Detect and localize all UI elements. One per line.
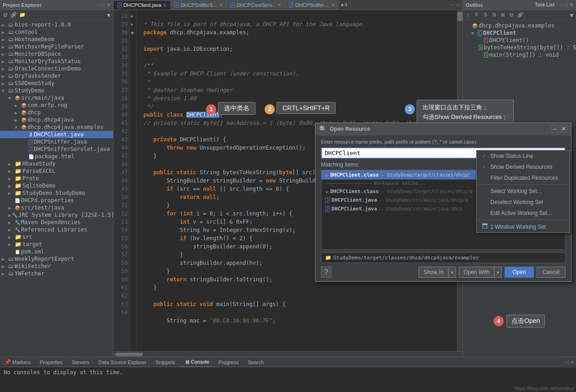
list-item[interactable]: ▶ 🗂 MonitorQryTaskStatus xyxy=(0,58,113,65)
list-item[interactable]: ▶ 🗂 SSODemoStudy xyxy=(0,80,113,87)
outline-collapse-icon[interactable]: ⊟ xyxy=(507,11,516,19)
list-item[interactable]: ▶ 📁 HbaseStudy xyxy=(0,160,113,167)
outline-expand-icon[interactable]: ⊞ xyxy=(499,11,507,19)
tab-dhcpclient[interactable]: J DHCPClient.java ✕ xyxy=(114,0,171,10)
outline-hide-nondef-icon[interactable]: N xyxy=(490,11,498,19)
bottom-min-icon[interactable]: ─ xyxy=(563,360,566,365)
list-item[interactable]: ▶ 🗂 WikiFetcher xyxy=(0,263,113,270)
outline-view-menu-icon[interactable]: ▾ xyxy=(568,11,575,19)
outline-close-icon[interactable]: ✕ xyxy=(570,2,573,7)
list-item[interactable]: ▶ 📦 src/test/java xyxy=(0,204,113,211)
bottom-close-icon[interactable]: ✕ xyxy=(571,360,574,365)
open-with-dropdown[interactable]: ▾ xyxy=(494,267,502,278)
list-item[interactable]: ▶ 🗂 OracleConnectionDemo xyxy=(0,65,113,72)
outline-item[interactable]: S main(String[]) : void xyxy=(465,51,574,59)
list-item[interactable]: ▶ 📦 dhcp xyxy=(0,109,113,116)
outline-max-icon[interactable]: □ xyxy=(565,2,568,7)
outline-item[interactable]: 📦 dhcp.dhcp4java.examples xyxy=(465,22,574,29)
dialog-restore-icon[interactable]: ─ xyxy=(551,125,559,133)
tab-properties[interactable]: Properties xyxy=(35,357,67,367)
menu-item-filter-dupes[interactable]: Filter Duplicated Resources xyxy=(477,172,570,183)
cancel-button[interactable]: Cancel xyxy=(537,267,565,278)
horizontal-scrollbar[interactable] xyxy=(114,351,462,357)
show-in-dropdown[interactable]: ▾ xyxy=(448,267,456,278)
collapse-all-icon[interactable]: ⊟ xyxy=(1,11,9,19)
list-item[interactable]: J DHCPClient.java xyxy=(0,131,113,138)
tab-close-icon[interactable]: ✕ xyxy=(219,2,223,7)
view-menu-icon[interactable]: ▾ xyxy=(105,11,112,19)
list-item[interactable]: ▼ 📦 src/main/java xyxy=(0,94,113,102)
tab-servers[interactable]: Servers xyxy=(67,357,94,367)
list-item[interactable]: 📄 package.html xyxy=(0,153,113,160)
list-item[interactable]: ▶ 🔧 JRE System Library [J2SE-1.5] xyxy=(0,211,113,219)
list-item[interactable]: J DHCPSniffer.java xyxy=(0,138,113,145)
tab-progress[interactable]: Progress xyxy=(214,357,243,367)
open-with-button[interactable]: Open With xyxy=(459,267,494,278)
tab-overflow[interactable]: ▸4 xyxy=(339,0,350,10)
list-item[interactable]: ▶ 📁 ParseEXCEL xyxy=(0,167,113,175)
list-item[interactable]: ▼ 📦 dhcp.dhcp4java.examples xyxy=(0,124,113,131)
menu-item-show-status[interactable]: ✓ Show Status Line xyxy=(477,150,570,161)
list-item[interactable]: J DHCPSnifferServlet.java xyxy=(0,145,113,153)
outline-sort-icon[interactable]: ↕ xyxy=(464,11,472,19)
tab-close-icon[interactable]: ✕ xyxy=(277,2,281,7)
referenced-libraries-item[interactable]: ▶ 🔧 Referenced Libraries xyxy=(0,226,113,233)
editor-max-icon[interactable]: □ xyxy=(456,2,461,7)
menu-item-show-derived[interactable]: ✓ Show Derived Resources xyxy=(477,161,570,172)
close-icon[interactable]: ✕ xyxy=(107,2,110,7)
list-item[interactable]: ▶ 🔧 Maven Dependencies xyxy=(0,219,113,226)
outline-link-icon[interactable]: 🔗 xyxy=(516,11,524,19)
list-item[interactable]: ▶ 🗂 HostnameDeom xyxy=(0,36,113,43)
list-item[interactable]: ▶ 📁 StudyDemo.StudyDemo xyxy=(0,189,113,197)
list-item[interactable]: ▼ 🗂 StudyDemo xyxy=(0,87,113,94)
tab-dhcpsniffer[interactable]: J DHCPSnifferS... ✕ xyxy=(171,0,227,10)
open-button[interactable]: Open xyxy=(505,267,533,278)
tab-snippets[interactable]: Snippets xyxy=(151,357,180,367)
list-item[interactable]: ▶ 🗂 YWFetcher xyxy=(0,270,113,277)
tab-datasource[interactable]: Data Source Explorer xyxy=(94,357,151,367)
list-item[interactable]: ▶ 📦 dhcp.dhcp4java xyxy=(0,116,113,124)
list-item[interactable]: ▶ 🗂 WeeklyReportExport xyxy=(0,255,113,263)
show-in-button[interactable]: Show In xyxy=(418,267,448,278)
list-item[interactable]: ▶ 🗂 comtool xyxy=(0,28,113,36)
list-item[interactable]: ▶ 🗂 MonitorDBSpace xyxy=(0,50,113,58)
list-item[interactable]: ▶ 📁 Proto xyxy=(0,175,113,182)
link-editor-icon[interactable]: 🔗 xyxy=(10,11,18,19)
list-item[interactable]: 📄 DHCPd.properties xyxy=(0,197,113,204)
help-button[interactable]: ? xyxy=(321,267,331,278)
list-item[interactable]: 📋 pom.xml xyxy=(0,248,113,255)
minimize-icon[interactable]: ─ xyxy=(97,2,100,7)
maximize-icon[interactable]: □ xyxy=(102,2,105,7)
tab-search[interactable]: Search xyxy=(243,357,268,367)
list-item[interactable]: ▶ 📦 com.mrfp.reg xyxy=(0,102,113,109)
outline-hide-static-icon[interactable]: S xyxy=(481,11,489,19)
tab-close-icon[interactable]: ✕ xyxy=(331,2,335,7)
outline-item[interactable]: ▼ C DHCPClient xyxy=(465,29,574,37)
list-item[interactable]: ▶ 📁 target xyxy=(0,241,113,248)
tab-close-icon[interactable]: ✕ xyxy=(163,3,167,8)
menu-item-window-working-set[interactable]: 1 Window Working Set xyxy=(477,221,570,232)
list-item[interactable]: ▶ 🗂 MatchsvrRegFileParser xyxy=(0,43,113,50)
list-item[interactable]: ▶ 🗂 bios-report-1.0.0 xyxy=(0,21,113,28)
menu-item-deselect-working-set[interactable]: Deselect Working Set xyxy=(477,197,570,208)
outline-item[interactable]: C DHCPClient() xyxy=(465,37,574,44)
dialog-close-btn[interactable]: ✕ xyxy=(560,125,567,133)
bottom-panel: 📌Markers Properties Servers Data Source … xyxy=(0,357,576,392)
tab-label: DHCPSnifferS... xyxy=(181,2,217,8)
bottom-max-icon[interactable]: □ xyxy=(567,360,570,365)
dialog-titlebar[interactable]: 🔍 Open Resource ─ ✕ xyxy=(315,123,571,135)
editor-min-icon[interactable]: ─ xyxy=(450,2,455,7)
tab-markers[interactable]: 📌Markers xyxy=(0,357,35,367)
list-item[interactable]: ▶ 📁 src xyxy=(0,233,113,241)
tab-console[interactable]: 🖥Console xyxy=(180,357,214,367)
list-item[interactable]: ▶ 🗂 QryTasksSender xyxy=(0,72,113,80)
menu-item-select-working-set[interactable]: Select Working Set... xyxy=(477,186,570,197)
new-icon[interactable]: 📁 xyxy=(18,11,27,19)
list-item[interactable]: ▶ 📁 SqliteDemo xyxy=(0,182,113,189)
tab-dhcpcoreser[interactable]: J DHCPCoreServ... ✕ xyxy=(227,0,286,10)
outline-min-icon[interactable]: ─ xyxy=(560,2,563,7)
tab-dhcpsniffer2[interactable]: J DHCPSniffer.... ✕ xyxy=(285,0,339,10)
outline-item[interactable]: S bytesToHexString(byte[]) : String xyxy=(465,44,574,51)
menu-item-edit-working-set[interactable]: Edit Active Working Set... xyxy=(477,208,570,219)
outline-hide-fields-icon[interactable]: F xyxy=(473,11,481,19)
